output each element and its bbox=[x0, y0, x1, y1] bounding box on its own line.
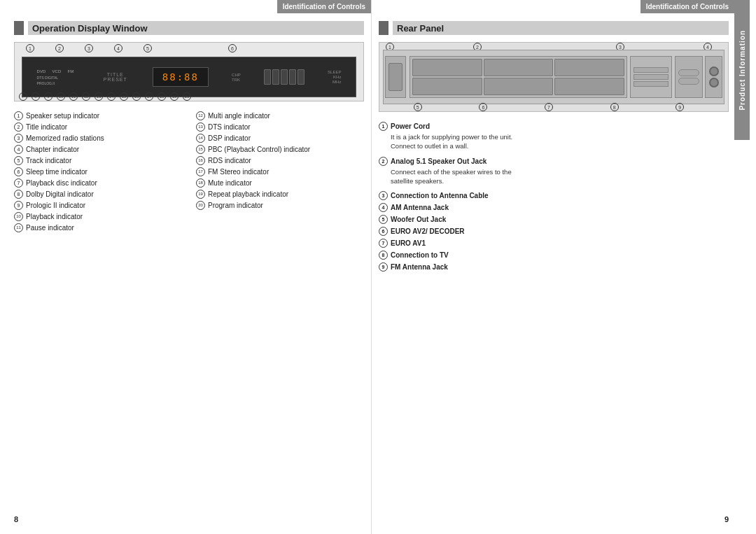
num-circle-2: 2 bbox=[14, 122, 23, 132]
num-circle-r9: 9 bbox=[379, 262, 388, 272]
indicator-item: 16 RDS indicator bbox=[196, 156, 364, 165]
indicator-col-1: 1 Speaker setup indicator 2 Title indica… bbox=[14, 111, 182, 234]
indicator-label-11: Pause indicator bbox=[26, 223, 74, 232]
indicator-item: 20 Program indicator bbox=[196, 201, 364, 210]
callout-2: 2 bbox=[55, 44, 64, 52]
callout-3: 3 bbox=[85, 44, 93, 52]
right-header-text: Identification of Controls bbox=[646, 3, 729, 10]
indicator-col-2: 12 Multi angle indicator 13 DTS indicato… bbox=[196, 111, 364, 234]
num-circle-4: 4 bbox=[14, 145, 23, 154]
num-circle-14: 14 bbox=[196, 134, 205, 143]
indicator-item: 5 Track indicator bbox=[14, 156, 182, 165]
num-circle-19: 19 bbox=[196, 190, 205, 199]
indicator-item: 2 Title indicator bbox=[14, 122, 182, 132]
indicator-label-13: DTS indicator bbox=[208, 122, 251, 132]
indicator-item: 4 Chapter indicator bbox=[14, 145, 182, 154]
rear-item-4: 4 AM Antenna Jack bbox=[379, 203, 729, 212]
indicator-item: 15 PBC (Playback Control) indicator bbox=[196, 145, 364, 154]
operation-display-title: Operation Display Window bbox=[32, 23, 148, 34]
display-diagram: 1 2 3 4 5 6 DVD VCD FM DTS DIGITAL bbox=[14, 42, 364, 101]
page-number-left: 8 bbox=[14, 515, 18, 524]
indicator-label-9: Prologic II indicator bbox=[26, 201, 85, 210]
callout-1: 1 bbox=[26, 44, 34, 52]
rear-panel-title: Rear Panel bbox=[397, 23, 444, 34]
num-circle-6: 6 bbox=[14, 167, 23, 176]
rear-item-1-desc: It is a jack for supplying power to the … bbox=[391, 132, 729, 151]
indicator-label-18: Mute indicator bbox=[208, 178, 252, 188]
num-circle-10: 10 bbox=[14, 212, 23, 221]
indicator-label-2: Title indicator bbox=[26, 122, 67, 132]
rear-item-9: 9 FM Antenna Jack bbox=[379, 262, 729, 272]
display-inner: DVD VCD FM DTS DIGITAL PROLOG.II TITLE P… bbox=[22, 57, 356, 97]
num-circle-17: 17 bbox=[196, 167, 205, 176]
indicator-label-17: FM Stereo indicator bbox=[208, 167, 269, 176]
indicator-item: 18 Mute indicator bbox=[196, 178, 364, 188]
indicator-label-1: Speaker setup indicator bbox=[26, 111, 99, 120]
num-circle-15: 15 bbox=[196, 145, 205, 154]
rear-callout-8: 8 bbox=[610, 103, 619, 111]
rear-item-4-label: AM Antenna Jack bbox=[391, 204, 449, 211]
rear-item-3: 3 Connection to Antenna Cable bbox=[379, 191, 729, 200]
indicator-label-14: DSP indicator bbox=[208, 134, 251, 143]
title-bar-accent bbox=[14, 21, 24, 35]
callout-17b: 17 bbox=[145, 92, 153, 101]
rear-item-5: 5 Woofer Out Jack bbox=[379, 215, 729, 224]
right-header-bar: Identification of Controls bbox=[640, 0, 734, 13]
rear-item-2-label: Analog 5.1 Speaker Out Jack bbox=[391, 157, 486, 165]
num-circle-13: 13 bbox=[196, 122, 205, 132]
num-circle-r1: 1 bbox=[379, 122, 388, 131]
callout-9b: 9 bbox=[44, 92, 52, 101]
callout-13b: 13 bbox=[94, 92, 103, 101]
callout-20b: 20 bbox=[183, 92, 191, 101]
num-circle-r2: 2 bbox=[379, 157, 388, 166]
rear-diagram: 1 2 3 4 bbox=[379, 42, 729, 112]
callout-6: 6 bbox=[228, 44, 237, 52]
indicator-label-20: Program indicator bbox=[208, 201, 263, 210]
indicator-item: 7 Playback disc indicator bbox=[14, 178, 182, 188]
rear-item-6: 6 EURO AV2/ DECODER bbox=[379, 227, 729, 236]
rear-callout-7: 7 bbox=[545, 103, 553, 111]
num-circle-1: 1 bbox=[14, 111, 23, 120]
indicator-label-19: Repeat playback indicator bbox=[208, 190, 288, 199]
indicator-label-7: Playback disc indicator bbox=[26, 178, 97, 188]
indicator-item: 11 Pause indicator bbox=[14, 223, 182, 232]
num-circle-3: 3 bbox=[14, 134, 23, 143]
callout-12b: 12 bbox=[82, 92, 90, 101]
rear-item-2-title: 2 Analog 5.1 Speaker Out Jack bbox=[379, 157, 729, 166]
callout-18b: 18 bbox=[158, 92, 166, 101]
num-circle-18: 18 bbox=[196, 178, 205, 188]
callout-8b: 8 bbox=[31, 92, 40, 101]
rear-item-2-desc: Connect each of the speaker wires to the… bbox=[391, 167, 729, 186]
num-circle-12: 12 bbox=[196, 111, 205, 120]
indicator-label-4: Chapter indicator bbox=[26, 145, 79, 154]
rear-title-accent bbox=[379, 21, 388, 35]
num-circle-r6: 6 bbox=[379, 227, 388, 236]
num-circle-8: 8 bbox=[14, 190, 23, 199]
indicator-item: 12 Multi angle indicator bbox=[196, 111, 364, 120]
callout-14b: 14 bbox=[107, 92, 115, 101]
num-circle-16: 16 bbox=[196, 156, 205, 165]
page-number-right: 9 bbox=[724, 515, 729, 524]
indicator-item: 6 Sleep time indicator bbox=[14, 167, 182, 176]
left-header-text: Identification of Controls bbox=[283, 3, 365, 10]
num-circle-5: 5 bbox=[14, 156, 23, 165]
rear-item-5-label: Woofer Out Jack bbox=[391, 216, 446, 223]
rear-title-line: Rear Panel bbox=[393, 21, 729, 35]
num-circle-20: 20 bbox=[196, 201, 205, 210]
rear-item-1-label: Power Cord bbox=[391, 122, 430, 130]
operation-display-title-bar: Operation Display Window bbox=[14, 21, 364, 35]
num-circle-9: 9 bbox=[14, 201, 23, 210]
right-section: Rear Panel 1 2 3 4 bbox=[379, 21, 729, 274]
left-page: Identification of Controls Operation Dis… bbox=[0, 0, 371, 534]
callout-5: 5 bbox=[144, 44, 152, 52]
callout-16b: 16 bbox=[132, 92, 141, 101]
indicator-item: 10 Playback indicator bbox=[14, 212, 182, 221]
left-section: Operation Display Window 1 2 3 4 5 6 DVD bbox=[14, 21, 364, 234]
indicator-label-3: Memorized radio stations bbox=[26, 134, 104, 143]
num-circle-r7: 7 bbox=[379, 239, 388, 248]
indicator-item: 14 DSP indicator bbox=[196, 134, 364, 143]
num-circle-7: 7 bbox=[14, 178, 23, 188]
product-info-tab: Product Information bbox=[734, 0, 750, 140]
callout-11b: 11 bbox=[69, 92, 78, 101]
left-header-bar: Identification of Controls bbox=[277, 0, 371, 13]
